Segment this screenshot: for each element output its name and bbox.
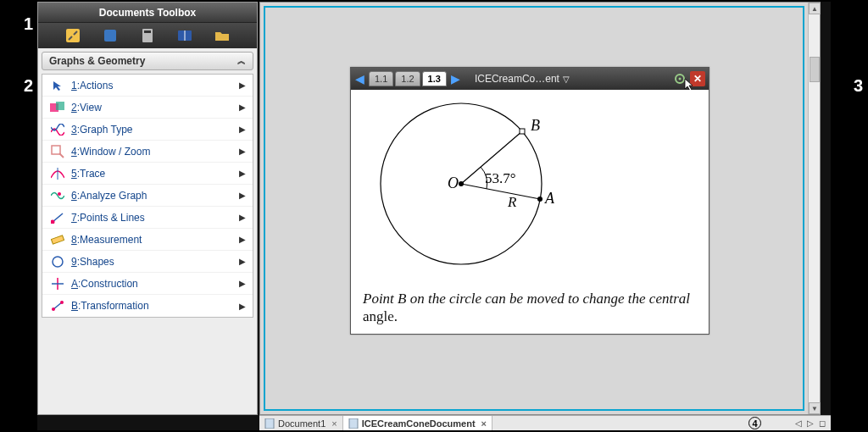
menu-item-construction[interactable]: A:Construction ▶ xyxy=(42,273,253,295)
submenu-arrow-icon: ▶ xyxy=(239,257,246,266)
svg-rect-13 xyxy=(51,235,64,243)
doc-icon xyxy=(348,418,359,429)
vertical-scrollbar[interactable]: ▲ ▼ xyxy=(808,3,820,414)
svg-rect-1 xyxy=(104,30,116,42)
label-B: B xyxy=(531,117,540,134)
utilities-icon[interactable] xyxy=(103,28,118,43)
menu-item-window-zoom[interactable]: 4:Window / Zoom ▶ xyxy=(42,141,253,163)
submenu-arrow-icon: ▶ xyxy=(239,302,246,311)
panel-header-graphs-geometry[interactable]: Graphs & Geometry ︽ xyxy=(42,52,253,70)
page-next-icon[interactable]: ▷ xyxy=(807,418,814,428)
scroll-thumb[interactable] xyxy=(810,57,820,82)
menu-list: 1:Actions ▶ 2:View ▶ 3:Graph Type ▶ 4:Wi… xyxy=(42,74,253,318)
svg-rect-8 xyxy=(52,146,60,154)
menu-item-label: 7:Points & Lines xyxy=(71,212,239,224)
menu-item-label: 8:Measurement xyxy=(71,234,239,246)
page-tab-1-3[interactable]: 1.3 xyxy=(422,71,447,86)
menu-item-shapes[interactable]: 9:Shapes ▶ xyxy=(42,251,253,273)
construction-icon xyxy=(49,275,66,292)
svg-rect-28 xyxy=(265,418,274,429)
svg-rect-7 xyxy=(56,102,64,110)
analyze-icon xyxy=(49,187,66,204)
transformation-icon xyxy=(49,297,66,314)
dropdown-icon: ▽ xyxy=(563,75,570,84)
doc-tab-icecream[interactable]: ICECreamConeDocument × xyxy=(343,416,492,430)
nav-next-icon[interactable]: ▶ xyxy=(448,72,463,86)
submenu-arrow-icon: ▶ xyxy=(239,147,246,156)
close-tab-icon[interactable]: × xyxy=(329,418,337,429)
corner-label-2: 2 xyxy=(24,76,33,96)
nav-prev-icon[interactable]: ◀ xyxy=(353,72,367,86)
svg-rect-27 xyxy=(520,129,525,134)
menu-item-analyze-graph[interactable]: 6:Analyze Graph ▶ xyxy=(42,185,253,207)
folder-icon[interactable] xyxy=(214,28,230,43)
submenu-arrow-icon: ▶ xyxy=(239,235,246,244)
menu-item-label: 3:Graph Type xyxy=(71,124,239,136)
measurement-icon xyxy=(49,231,66,248)
svg-point-19 xyxy=(60,301,64,304)
calculator-icon[interactable] xyxy=(140,28,155,43)
svg-point-10 xyxy=(58,192,61,196)
menu-item-label: 4:Window / Zoom xyxy=(71,146,239,158)
svg-point-18 xyxy=(52,307,55,311)
menu-item-actions[interactable]: 1:Actions ▶ xyxy=(42,75,253,97)
menu-item-view[interactable]: 2:View ▶ xyxy=(42,97,253,119)
toolbox-title: Documents Toolbox xyxy=(38,3,257,23)
menu-item-trace[interactable]: 5:Trace ▶ xyxy=(42,163,253,185)
document-window: ◀ 1.1 1.2 1.3 ▶ ICECreamCo…ent ▽ xyxy=(350,67,709,335)
svg-rect-0 xyxy=(66,29,80,42)
page-tab-1-2[interactable]: 1.2 xyxy=(395,71,420,86)
svg-rect-3 xyxy=(144,30,151,33)
doc-tab-document1[interactable]: Document1 × xyxy=(259,416,343,430)
app-window: Documents Toolbox Graphs & Geometry ︽ 1:… xyxy=(37,2,831,430)
page-tabs: 1.1 1.2 1.3 xyxy=(369,71,447,86)
svg-point-14 xyxy=(53,257,63,267)
submenu-arrow-icon: ▶ xyxy=(239,169,246,178)
tools-icon[interactable] xyxy=(65,28,81,43)
doc-tab-label: ICECreamConeDocument xyxy=(362,418,476,429)
menu-item-label: B:Transformation xyxy=(71,300,239,312)
svg-point-21 xyxy=(679,78,682,80)
zoom-icon xyxy=(49,143,66,160)
document-title[interactable]: ICECreamCo…ent ▽ xyxy=(463,73,673,85)
menu-item-measurement[interactable]: 8:Measurement ▶ xyxy=(42,229,253,251)
menu-item-label: 6:Analyze Graph xyxy=(71,190,239,202)
expand-icon[interactable]: ◻ xyxy=(819,418,826,428)
document-title-text: ICECreamCo…ent xyxy=(475,73,559,85)
book-icon[interactable] xyxy=(177,28,192,43)
page-tab-1-1[interactable]: 1.1 xyxy=(369,71,393,86)
submenu-arrow-icon: ▶ xyxy=(239,213,246,222)
scroll-up-icon[interactable]: ▲ xyxy=(809,3,821,14)
shapes-icon xyxy=(49,253,66,270)
menu-item-graph-type[interactable]: 3:Graph Type ▶ xyxy=(42,119,253,141)
menu-item-transformation[interactable]: B:Transformation ▶ xyxy=(42,295,253,317)
geometry-figure: O A B R 53.7° xyxy=(359,95,698,273)
trace-icon xyxy=(49,165,66,182)
page-nav: ◁ ▷ ◻ xyxy=(795,418,831,428)
menu-item-label: 5:Trace xyxy=(71,168,239,180)
instruction-text: Point B on the circle can be moved to ch… xyxy=(363,291,697,325)
pointer-icon xyxy=(49,77,66,94)
document-content[interactable]: O A B R 53.7° Point B on the circle can … xyxy=(351,90,709,334)
page-prev-icon[interactable]: ◁ xyxy=(795,418,802,428)
documents-toolbox: Documents Toolbox Graphs & Geometry ︽ 1:… xyxy=(37,2,258,415)
canvas-inner[interactable]: ◀ 1.1 1.2 1.3 ▶ ICECreamCo…ent ▽ xyxy=(264,6,804,411)
doc-icon xyxy=(264,418,275,429)
menu-item-points-lines[interactable]: 7:Points & Lines ▶ xyxy=(42,207,253,229)
close-tab-icon[interactable]: × xyxy=(479,418,487,429)
menu-item-label: A:Construction xyxy=(71,278,239,290)
label-angle: 53.7° xyxy=(485,170,516,186)
scroll-down-icon[interactable]: ▼ xyxy=(809,402,821,414)
menu-item-label: 9:Shapes xyxy=(71,256,239,268)
document-titlebar: ◀ 1.1 1.2 1.3 ▶ ICECreamCo…ent ▽ xyxy=(351,68,709,90)
submenu-arrow-icon: ▶ xyxy=(239,191,246,200)
label-A: A xyxy=(544,190,555,207)
workspace-canvas: ◀ 1.1 1.2 1.3 ▶ ICECreamCo…ent ▽ xyxy=(259,2,821,415)
label-O: O xyxy=(448,174,459,191)
menu-item-label: 2:View xyxy=(71,102,239,114)
badge-4: 4 xyxy=(748,417,761,429)
panel-title: Graphs & Geometry xyxy=(49,55,145,67)
view-icon xyxy=(49,99,66,116)
toolbox-icon-row xyxy=(38,23,257,48)
collapse-icon: ︽ xyxy=(237,55,246,67)
